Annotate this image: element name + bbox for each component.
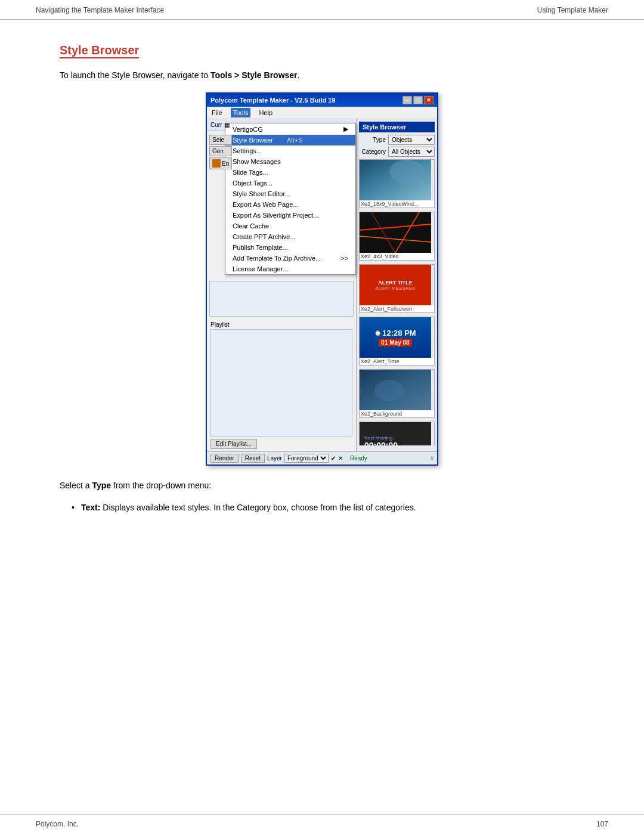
style-item-3[interactable]: ALERT TITLE ALERT MESSAGE Xe2_Alert_Full…	[359, 264, 435, 313]
alert-title-text: ALERT TITLE	[378, 280, 413, 286]
dropdown-item-showmessages[interactable]: Show Messages	[225, 156, 355, 167]
reset-button[interactable]: Reset	[241, 454, 265, 463]
style-item-6[interactable]: Next Meeting: 00:00:00 Xe2_CountdownTime…	[359, 422, 435, 445]
render-button[interactable]: Render	[210, 454, 239, 463]
maximize-button[interactable]: □	[413, 96, 423, 104]
resize-handle: //	[431, 456, 434, 462]
dropdown-label: Slide Tags...	[233, 169, 268, 176]
time-display: 12:28 PM	[382, 329, 416, 337]
select-type-paragraph: Select a Type from the drop-down menu:	[60, 479, 584, 492]
alert-sub-text: ALERT MESSAGE	[375, 286, 415, 291]
playlist-section: Playlist Edit Playlist...	[207, 321, 356, 451]
dropdown-item-exportsilverlight[interactable]: Export As Silverlight Project...	[225, 210, 355, 221]
style-name-4: Xe2_Alert_Time	[360, 358, 434, 365]
svg-point-1	[389, 160, 425, 184]
dropdown-item-createppt[interactable]: Create PPT Archive...	[225, 231, 355, 242]
menu-tools[interactable]: Tools	[231, 108, 251, 117]
style-item-1[interactable]: Xe2_16x9_VideoWind...	[359, 159, 435, 208]
intro-text: To launch the Style Browser, navigate to	[60, 70, 210, 80]
dropdown-label: Style Sheet Editor...	[233, 190, 290, 197]
titlebar-buttons: ─ □ ✕	[402, 96, 434, 104]
select-type-bold: Type	[92, 481, 111, 490]
gen-btn[interactable]: Gen	[209, 146, 232, 156]
style-name-1: Xe2_16x9_VideoWind...	[360, 200, 434, 208]
dropdown-item-clearcache[interactable]: Clear Cache	[225, 221, 355, 231]
toolbar-curr-label: Curr	[210, 122, 222, 128]
shortcut-label: Alt+S	[287, 137, 303, 144]
style-item-4[interactable]: ⌚ 12:28 PM 01 May 08 Xe2_Alert_Time	[359, 317, 435, 366]
submenu-arrow: ▶	[343, 125, 348, 133]
thumb-background	[360, 370, 431, 410]
dropdown-label: Export As Web Page...	[233, 201, 298, 208]
dropdown-item-objecttags[interactable]: Object Tags...	[225, 178, 355, 188]
content-area-left	[207, 278, 356, 321]
select-type-end: from the drop-down menu:	[111, 481, 211, 490]
menu-help[interactable]: Help	[256, 108, 275, 117]
screenshot-container: Polycom Template Maker - V2.5 Build 19 ─…	[60, 92, 584, 466]
dropdown-item-publish[interactable]: Publish Template...	[225, 242, 355, 253]
style-browser-panel: Style Browser Type Objects Category All …	[356, 119, 437, 451]
dropdown-label: Clear Cache	[233, 222, 269, 230]
check-icon[interactable]: ✔	[331, 455, 336, 462]
footer-left: Polycom, Inc.	[36, 820, 79, 828]
bullet-list: Text: Displays available text styles. In…	[60, 501, 584, 514]
panel-title: Style Browser	[359, 122, 435, 132]
countdown-time: 00:00:00	[364, 441, 426, 446]
dropdown-label: Publish Template...	[233, 244, 288, 251]
status-ready: Ready	[350, 455, 367, 462]
app-statusbar: Render Reset Layer Foreground ✔ ✕ Ready …	[207, 451, 437, 465]
header-left: Navigating the Template Maker Interface	[36, 6, 164, 14]
style-item-5[interactable]: Xe2_Background	[359, 369, 435, 418]
x-icon[interactable]: ✕	[338, 455, 343, 462]
intro-bold: Tools > Style Browser	[210, 70, 298, 80]
category-select[interactable]: All Objects	[388, 147, 435, 157]
dropdown-label: License Manager...	[233, 265, 288, 272]
style-name-3: Xe2_Alert_Fullscreen	[360, 305, 434, 312]
app-menubar: File Tools Help	[207, 107, 437, 119]
dropdown-menu: VertigoCG ▶ Style Browser Alt+S Settings…	[225, 123, 356, 275]
dropdown-item-vertigocg[interactable]: VertigoCG ▶	[225, 123, 355, 135]
close-button[interactable]: ✕	[424, 96, 434, 104]
dropdown-item-licensemanager[interactable]: License Manager...	[225, 264, 355, 274]
page-header: Navigating the Template Maker Interface …	[0, 0, 644, 20]
category-row: Category All Objects	[359, 147, 435, 157]
type-row: Type Objects	[359, 135, 435, 145]
en-btn[interactable]: En	[209, 157, 232, 169]
dropdown-item-settings[interactable]: Settings...	[225, 145, 355, 156]
type-select[interactable]: Objects	[388, 135, 435, 145]
dropdown-label: Export As Silverlight Project...	[233, 212, 318, 219]
layer-select[interactable]: Foreground	[284, 454, 329, 463]
style-name-5: Xe2_Background	[360, 410, 434, 417]
dropdown-item-stylesheet[interactable]: Style Sheet Editor...	[225, 188, 355, 199]
dropdown-item-stylebrowser[interactable]: Style Browser Alt+S	[225, 135, 355, 145]
dropdown-label: VertigoCG	[233, 126, 263, 133]
side-buttons: Sele Gen En	[209, 135, 232, 169]
bg-svg	[360, 370, 431, 410]
header-right: Using Template Maker	[537, 6, 608, 14]
bullet-text: Displays available text styles. In the C…	[100, 503, 416, 512]
dropdown-item-addtemplate[interactable]: Add Template To Zip Archive... >>	[225, 253, 355, 264]
thumb-laser	[360, 212, 431, 253]
category-label: Category	[359, 148, 386, 155]
sele-btn[interactable]: Sele	[209, 135, 232, 145]
layer-label: Layer	[267, 455, 282, 462]
submenu-arrow: >>	[340, 255, 348, 262]
left-side: Curr ▦ Sele Gen En	[207, 119, 356, 451]
svg-rect-2	[360, 212, 431, 253]
thumb-time: ⌚ 12:28 PM 01 May 08	[360, 317, 431, 358]
dropdown-item-slidetags[interactable]: Slide Tags...	[225, 167, 355, 178]
page-footer: Polycom, Inc. 107	[0, 815, 644, 833]
ocean-svg	[360, 160, 431, 200]
menu-file[interactable]: File	[209, 108, 225, 117]
thumb-alert: ALERT TITLE ALERT MESSAGE	[360, 265, 431, 305]
minimize-button[interactable]: ─	[402, 96, 412, 104]
thumb-ocean	[360, 160, 431, 200]
app-title: Polycom Template Maker - V2.5 Build 19	[210, 97, 335, 104]
thumb-countdown: Next Meeting: 00:00:00	[360, 422, 431, 445]
style-item-2[interactable]: Xe2_4x3_Video	[359, 212, 435, 261]
dropdown-item-exportweb[interactable]: Export As Web Page...	[225, 199, 355, 210]
intro-end: .	[298, 70, 300, 80]
date-display: 01 May 08	[379, 339, 411, 346]
list-item-text: Text: Displays available text styles. In…	[72, 501, 584, 514]
edit-playlist-button[interactable]: Edit Playlist...	[210, 439, 257, 449]
